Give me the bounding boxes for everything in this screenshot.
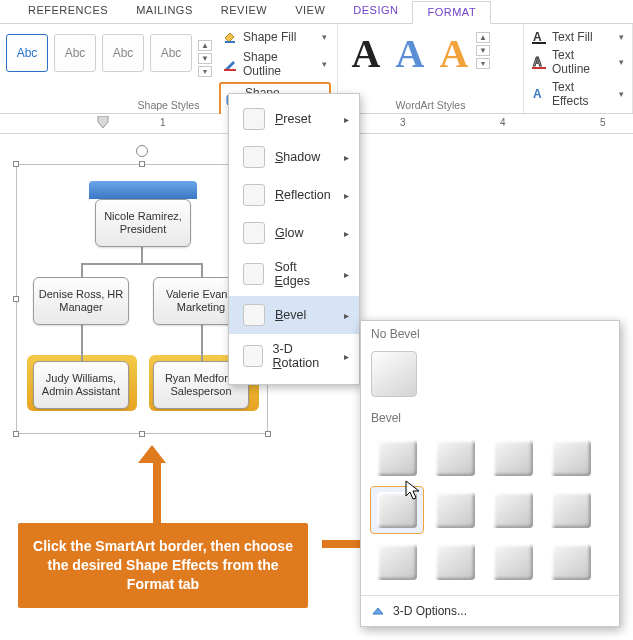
bevel-swatch[interactable] (429, 487, 481, 533)
text-effects-button[interactable]: A Text Effects ▾ (530, 78, 626, 110)
group-text-options: A Text Fill ▾ A Text Outline ▾ A Text Ef… (524, 24, 633, 113)
shape-style-thumb[interactable]: Abc (54, 34, 96, 72)
preset-icon (243, 108, 265, 130)
menu-label: Shadow (275, 150, 320, 164)
bevel-swatch[interactable] (545, 539, 597, 585)
bevel-swatch[interactable] (545, 435, 597, 481)
svg-rect-6 (532, 67, 546, 69)
menu-label: 3-D Rotation (273, 342, 334, 370)
shape-style-thumb[interactable]: Abc (150, 34, 192, 72)
ruler-tick: 4 (500, 117, 506, 128)
effects-preset-item[interactable]: Preset▸ (229, 100, 359, 138)
ruler-tick: 5 (600, 117, 606, 128)
org-node[interactable]: Nicole Ramirez, President (95, 199, 191, 247)
tab-mailings[interactable]: MAILINGS (122, 0, 207, 23)
bevel-swatch[interactable] (371, 539, 423, 585)
svg-rect-4 (532, 42, 546, 44)
shape-fill-label: Shape Fill (243, 30, 296, 44)
3d-options-label: 3-D Options... (393, 604, 467, 618)
bevel-swatch[interactable] (487, 435, 539, 481)
shape-fill-button[interactable]: Shape Fill ▾ (219, 28, 331, 46)
text-outline-label: Text Outline (552, 48, 613, 76)
reflection-icon (243, 184, 265, 206)
effects-glow-item[interactable]: Glow▸ (229, 214, 359, 252)
3d-options-item[interactable]: 3-D Options... (361, 596, 619, 626)
caret-down-icon: ▾ (322, 59, 327, 69)
shape-effects-menu: Preset▸ Shadow▸ Reflection▸ Glow▸ Soft E… (228, 93, 360, 385)
ribbon-tabs: REFERENCES MAILINGS REVIEW VIEW DESIGN F… (0, 0, 633, 24)
shape-style-thumb[interactable]: Abc (6, 34, 48, 72)
chevron-right-icon: ▸ (344, 351, 349, 362)
effects-shadow-item[interactable]: Shadow▸ (229, 138, 359, 176)
wordart-style-thumb[interactable]: A (432, 30, 476, 76)
connector (201, 325, 203, 361)
text-effects-label: Text Effects (552, 80, 613, 108)
glow-icon (243, 222, 265, 244)
caret-down-icon: ▾ (619, 32, 624, 42)
chevron-right-icon: ▸ (344, 152, 349, 163)
resize-handle[interactable] (13, 431, 19, 437)
chevron-right-icon: ▸ (344, 228, 349, 239)
effects-reflection-item[interactable]: Reflection▸ (229, 176, 359, 214)
shape-outline-button[interactable]: Shape Outline ▾ (219, 48, 331, 80)
bevel-swatch[interactable] (429, 539, 481, 585)
bevel-swatch[interactable] (487, 539, 539, 585)
no-bevel-swatch[interactable] (371, 351, 417, 397)
bevel-swatch[interactable] (487, 487, 539, 533)
tab-view[interactable]: VIEW (281, 0, 339, 23)
effects-3drotation-item[interactable]: 3-D Rotation▸ (229, 334, 359, 378)
shape-style-thumb[interactable]: Abc (102, 34, 144, 72)
annotation-arrow (148, 445, 166, 527)
gallery-section-label: Bevel (361, 405, 619, 431)
connector (81, 263, 83, 277)
connector (81, 263, 203, 265)
text-fill-button[interactable]: A Text Fill ▾ (530, 28, 626, 46)
bevel-swatch[interactable] (371, 435, 423, 481)
tab-format[interactable]: FORMAT (412, 1, 491, 24)
caret-down-icon: ▾ (619, 89, 624, 99)
svg-marker-8 (98, 116, 108, 128)
indent-marker-icon[interactable] (96, 116, 110, 130)
ruler-tick: 1 (160, 117, 166, 128)
bevel-gallery: No Bevel Bevel 3-D Options... (360, 320, 620, 627)
chevron-right-icon: ▸ (344, 310, 349, 321)
resize-handle[interactable] (265, 431, 271, 437)
rotate-handle[interactable] (136, 145, 148, 157)
menu-label: Preset (275, 112, 311, 126)
anchor-icon: ⚓ (0, 180, 1, 196)
resize-handle[interactable] (139, 161, 145, 167)
text-outline-button[interactable]: A Text Outline ▾ (530, 46, 626, 78)
bevel-swatch[interactable] (545, 487, 597, 533)
resize-handle[interactable] (13, 161, 19, 167)
tab-design[interactable]: DESIGN (339, 0, 412, 23)
chevron-right-icon: ▸ (344, 269, 349, 280)
gallery-next-button[interactable]: ▼ (198, 53, 212, 64)
softedges-icon (243, 263, 264, 285)
menu-label: Reflection (275, 188, 331, 202)
effects-bevel-item[interactable]: Bevel▸ (229, 296, 359, 334)
connector (81, 325, 83, 361)
shadow-icon (243, 146, 265, 168)
gallery-more-button[interactable]: ▾ (476, 58, 490, 69)
bucket-icon (223, 30, 237, 44)
text-effects-icon: A (532, 87, 546, 101)
tab-review[interactable]: REVIEW (207, 0, 281, 23)
annotation-callout: Click the SmartArt border, then choose t… (18, 523, 308, 608)
ruler-tick: 3 (400, 117, 406, 128)
gallery-more-button[interactable]: ▾ (198, 66, 212, 77)
org-node[interactable]: Denise Ross, HR Manager (33, 277, 129, 325)
tab-references[interactable]: REFERENCES (14, 0, 122, 23)
chevron-right-icon: ▸ (344, 190, 349, 201)
menu-label: Glow (275, 226, 304, 240)
gallery-next-button[interactable]: ▼ (476, 45, 490, 56)
wordart-style-thumb[interactable]: A (344, 30, 388, 76)
gallery-prev-button[interactable]: ▲ (198, 40, 212, 51)
resize-handle[interactable] (13, 296, 19, 302)
wordart-style-thumb[interactable]: A (388, 30, 432, 76)
resize-handle[interactable] (139, 431, 145, 437)
connector (201, 263, 203, 277)
effects-softedges-item[interactable]: Soft Edges▸ (229, 252, 359, 296)
gallery-prev-button[interactable]: ▲ (476, 32, 490, 43)
bevel-swatch[interactable] (429, 435, 481, 481)
org-node[interactable]: Judy Williams, Admin Assistant (33, 361, 129, 409)
